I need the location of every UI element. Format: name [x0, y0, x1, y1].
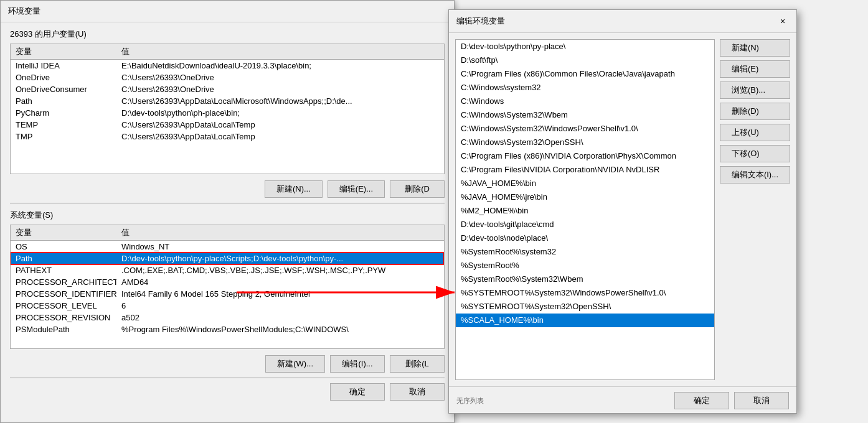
path-list-item[interactable]: %JAVA_HOME%\jre\bin: [456, 190, 714, 204]
user-vars-table: 变量 值 IntelliJ IDEAE:\BaiduNetdiskDownloa…: [11, 44, 444, 142]
sys-var-row[interactable]: PathD:\dev-tools\python\py-place\Scripts…: [11, 253, 444, 264]
path-list-item[interactable]: %M2_HOME%\bin: [456, 204, 714, 218]
path-list-item[interactable]: %SYSTEMROOT%\System32\WindowsPowerShell\…: [456, 286, 714, 300]
sys-var-row[interactable]: PATHEXT.COM;.EXE;.BAT;.CMD;.VBS;.VBE;.JS…: [11, 264, 444, 276]
footer-note: 无序列表: [456, 396, 484, 406]
sys-var-row[interactable]: PROCESSOR_REVISIONa502: [11, 312, 444, 323]
edit-dialog-title: 编辑环境变量: [456, 16, 505, 27]
edit-dialog-content: D:\dev-tools\python\py-place\D:\soft\ftp…: [449, 33, 796, 386]
path-list-item[interactable]: %SystemRoot%\System32\Wbem: [456, 272, 714, 286]
path-list-item[interactable]: C:\Windows\system32: [456, 81, 714, 95]
env-dialog-title: 环境变量: [8, 6, 40, 17]
path-list-item[interactable]: C:\Program Files (x86)\NVIDIA Corporatio…: [456, 149, 714, 163]
sys-new-btn[interactable]: 新建(W)...: [265, 355, 325, 373]
user-var-name: PyCharm: [11, 107, 116, 119]
edit-ok-btn[interactable]: 确定: [674, 392, 729, 409]
user-var-row[interactable]: OneDriveConsumerC:\Users\26393\OneDrive: [11, 83, 444, 95]
system-vars-section: 系统变量(S) 变量 值 OSWindows_NTPathD:\dev-tool…: [10, 210, 445, 349]
edit-env-dialog: 编辑环境变量 × D:\dev-tools\python\py-place\D:…: [448, 9, 797, 414]
path-list-container[interactable]: D:\dev-tools\python\py-place\D:\soft\ftp…: [455, 39, 715, 380]
user-var-row[interactable]: TMPC:\Users\26393\AppData\Local\Temp: [11, 131, 444, 142]
bottom-divider: [10, 378, 445, 378]
user-vars-label: 26393 的用户变量(U): [10, 29, 445, 40]
sys-val-col-header: 值: [116, 225, 444, 241]
user-edit-btn[interactable]: 编辑(E)...: [328, 180, 385, 198]
sys-var-name: PROCESSOR_ARCHITECTURE: [11, 276, 116, 288]
edit-sidebar-btn-0[interactable]: 新建(N): [720, 39, 790, 57]
path-list-item[interactable]: %JAVA_HOME%\bin: [456, 177, 714, 190]
path-list-item[interactable]: D:\soft\ftp\: [456, 53, 714, 67]
env-dialog-footer: 确定 取消: [10, 383, 445, 401]
path-list-item[interactable]: %SYSTEMROOT%\System32\OpenSSH\: [456, 300, 714, 314]
user-var-row[interactable]: IntelliJ IDEAE:\BaiduNetdiskDownload\ide…: [11, 60, 444, 72]
edit-sidebar-btn-5[interactable]: 下移(O): [720, 145, 790, 162]
user-delete-btn[interactable]: 删除(D: [390, 180, 445, 198]
path-list: D:\dev-tools\python\py-place\D:\soft\ftp…: [456, 40, 714, 327]
sys-var-row[interactable]: PSModulePath%Program Files%\WindowsPower…: [11, 323, 444, 335]
sys-var-row[interactable]: PROCESSOR_IDENTIFIERIntel64 Family 6 Mod…: [11, 288, 444, 300]
path-list-item[interactable]: %SystemRoot%\system32: [456, 245, 714, 259]
system-vars-table-container[interactable]: 变量 值 OSWindows_NTPathD:\dev-tools\python…: [10, 225, 445, 349]
sys-var-value: AMD64: [116, 276, 444, 288]
sys-var-value: %Program Files%\WindowsPowerShellModules…: [116, 323, 444, 335]
sys-var-name: PROCESSOR_REVISION: [11, 312, 116, 323]
env-cancel-btn[interactable]: 取消: [390, 383, 445, 401]
sys-var-row[interactable]: PROCESSOR_LEVEL6: [11, 300, 444, 312]
env-dialog-titlebar: 环境变量: [1, 1, 454, 22]
sys-var-name: PROCESSOR_LEVEL: [11, 300, 116, 312]
path-list-item[interactable]: C:\Windows\System32\Wbem: [456, 108, 714, 122]
path-list-item[interactable]: C:\Program Files\NVIDIA Corporation\NVID…: [456, 163, 714, 177]
path-list-item[interactable]: C:\Windows\System32\WindowsPowerShell\v1…: [456, 122, 714, 136]
system-vars-label: 系统变量(S): [10, 210, 445, 221]
user-var-value: C:\Users\26393\AppData\Local\Temp: [116, 131, 444, 142]
user-var-value: C:\Users\26393\OneDrive: [116, 72, 444, 83]
sys-var-value: D:\dev-tools\python\py-place\Scripts;D:\…: [116, 253, 444, 264]
edit-dialog-close-btn[interactable]: ×: [776, 15, 789, 27]
user-var-row[interactable]: PathC:\Users\26393\AppData\Local\Microso…: [11, 95, 444, 107]
user-var-value: D:\dev-tools\python\ph-place\bin;: [116, 107, 444, 119]
env-ok-btn[interactable]: 确定: [330, 383, 385, 401]
sys-edit-btn[interactable]: 编辑(I)...: [330, 355, 385, 373]
path-list-item[interactable]: D:\dev-tools\git\place\cmd: [456, 218, 714, 231]
path-list-item[interactable]: D:\dev-tools\python\py-place\: [456, 40, 714, 53]
path-list-item[interactable]: C:\Windows\System32\OpenSSH\: [456, 136, 714, 149]
edit-sidebar: 新建(N)编辑(E)浏览(B)...删除(D)上移(U)下移(O)编辑文本(I)…: [720, 39, 790, 380]
path-list-item[interactable]: D:\dev-tools\node\place\: [456, 231, 714, 245]
sys-var-row[interactable]: OSWindows_NT: [11, 241, 444, 253]
edit-sidebar-btn-4[interactable]: 上移(U): [720, 124, 790, 141]
path-list-item[interactable]: C:\Program Files (x86)\Common Files\Orac…: [456, 67, 714, 81]
edit-sidebar-btn-6[interactable]: 编辑文本(I)...: [720, 166, 790, 184]
sys-var-value: Intel64 Family 6 Model 165 Stepping 2, G…: [116, 288, 444, 300]
path-list-item[interactable]: C:\Windows: [456, 95, 714, 108]
user-var-value: C:\Users\26393\AppData\Local\Microsoft\W…: [116, 95, 444, 107]
sys-var-value: Windows_NT: [116, 241, 444, 253]
sys-var-value: 6: [116, 300, 444, 312]
user-var-row[interactable]: TEMPC:\Users\26393\AppData\Local\Temp: [11, 119, 444, 131]
edit-sidebar-btn-2[interactable]: 浏览(B)...: [720, 81, 790, 99]
user-new-btn[interactable]: 新建(N)...: [265, 180, 323, 198]
sys-var-row[interactable]: PROCESSOR_ARCHITECTUREAMD64: [11, 276, 444, 288]
edit-dialog-titlebar: 编辑环境变量 ×: [449, 10, 796, 33]
user-var-value: C:\Users\26393\AppData\Local\Temp: [116, 119, 444, 131]
edit-sidebar-btn-3[interactable]: 删除(D): [720, 103, 790, 120]
user-var-name: IntelliJ IDEA: [11, 60, 116, 72]
user-val-col-header: 值: [116, 44, 444, 60]
edit-sidebar-btn-1[interactable]: 编辑(E): [720, 60, 790, 78]
user-vars-section: 26393 的用户变量(U) 变量 值 IntelliJ IDEAE:\Baid…: [10, 29, 445, 174]
edit-cancel-btn[interactable]: 取消: [734, 392, 789, 409]
sys-delete-btn[interactable]: 删除(L: [390, 355, 445, 373]
user-var-row[interactable]: PyCharmD:\dev-tools\python\ph-place\bin;: [11, 107, 444, 119]
sys-var-name: PATHEXT: [11, 264, 116, 276]
sys-var-name: PSModulePath: [11, 323, 116, 335]
user-vars-table-container[interactable]: 变量 值 IntelliJ IDEAE:\BaiduNetdiskDownloa…: [10, 44, 445, 174]
path-list-item[interactable]: %SCALA_HOME%\bin: [456, 314, 714, 327]
user-var-row[interactable]: OneDriveC:\Users\26393\OneDrive: [11, 72, 444, 83]
path-list-item[interactable]: %SystemRoot%: [456, 259, 714, 272]
user-var-name: OneDriveConsumer: [11, 83, 116, 95]
edit-dialog-footer: 无序列表 确定 取消: [449, 386, 796, 414]
sys-var-name: PROCESSOR_IDENTIFIER: [11, 288, 116, 300]
user-var-value: C:\Users\26393\OneDrive: [116, 83, 444, 95]
user-var-name: TEMP: [11, 119, 116, 131]
sys-var-name: OS: [11, 241, 116, 253]
user-var-name: TMP: [11, 131, 116, 142]
